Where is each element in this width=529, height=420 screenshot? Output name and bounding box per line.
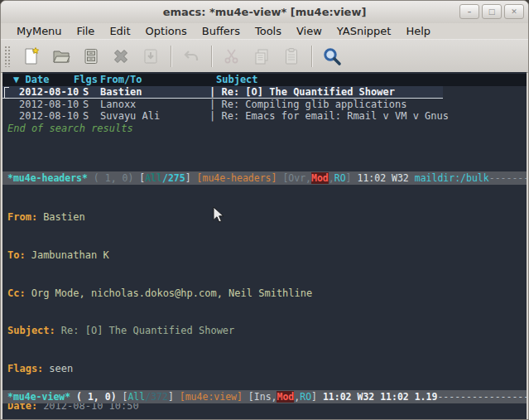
copy-button [247, 43, 277, 70]
toolbar-separator [211, 46, 212, 67]
menu-item-edit[interactable]: Edit [102, 23, 137, 39]
field-to: To:Jambunathan K [7, 249, 527, 262]
field-label: To: [7, 249, 26, 261]
echo-area [2, 403, 527, 419]
column-header-date[interactable]: ▼ Date [13, 74, 74, 86]
titlebar[interactable]: emacs: *mu4e-view* [mu4e:view] – □ ✕ [1, 1, 528, 23]
modeline-segment: ] [346, 172, 358, 184]
modeline-modified-flag: Mod [311, 172, 329, 184]
paste-button [277, 43, 306, 70]
message-list: 2012-08-10 S Bastien | Re: [O] The Quant… [2, 86, 527, 123]
scissors-icon [222, 46, 242, 66]
new-file-button[interactable] [17, 43, 46, 70]
row-subject: | Re: [O] The Quantified Shower [209, 86, 443, 98]
close-buffer-button[interactable] [106, 43, 136, 70]
emacs-window: emacs: *mu4e-view* [mu4e:view] – □ ✕ MyM… [0, 0, 529, 420]
message-view: From:Bastien To:Jambunathan K Cc:Org Mod… [7, 186, 527, 420]
row-flags: S [83, 99, 100, 111]
toolbar-separator [171, 46, 171, 67]
menu-item-view[interactable]: View [289, 23, 329, 39]
toolbar-separator [311, 46, 312, 67]
maximize-button[interactable]: □ [482, 4, 502, 19]
row-subject: | Re: Emacs for email: Rmail v VM v Gnus [209, 110, 527, 123]
save-buffer-button[interactable] [76, 43, 106, 70]
menu-item-mymenu[interactable]: MyMenu [9, 23, 70, 39]
modeline-segment: All [145, 172, 162, 184]
menubar: MyMenu File Edit Options Buffers Tools V… [1, 23, 528, 39]
field-cc: Cc:Org Mode, nicholas.dokos@hp.com, Neil… [7, 287, 527, 300]
column-header-from[interactable]: From/To [100, 74, 216, 86]
toolbar [1, 39, 528, 73]
search-icon [321, 46, 343, 67]
field-value: Jambunathan K [31, 249, 109, 261]
sort-descending-icon: ▼ [13, 74, 19, 85]
modeline-major-mode: [mu4e-headers] [197, 172, 283, 184]
close-x-icon [111, 46, 131, 66]
end-of-results-text: End of search results [7, 123, 133, 134]
save-as-icon [141, 46, 161, 66]
modeline-buffer-name: *mu4e-headers* [7, 172, 88, 184]
row-flags: S [83, 86, 100, 98]
modeline-clock: 11:02 W32 [357, 172, 414, 184]
menu-item-yasnippet[interactable]: YASnippet [329, 23, 399, 39]
modeline-filler: ------------------------------ [489, 172, 527, 184]
message-row[interactable]: 2012-08-10 S Lanoxx | Re: Compiling glib… [2, 99, 527, 111]
modeline-buffer-name: *mu4e-view* [7, 391, 70, 403]
message-row-selected[interactable]: 2012-08-10 S Bastien | Re: [O] The Quant… [2, 86, 443, 99]
modeline-clock: 11:02 W32 11:02 1.19 [323, 391, 437, 403]
maximize-icon: □ [488, 7, 496, 16]
field-value: seen [49, 363, 73, 374]
modeline-segment: [Ovr, [282, 172, 311, 184]
modeline-position: ( 1, 0) [88, 172, 139, 184]
modeline-segment: ] [168, 391, 180, 403]
modeline-segment: /275 [162, 172, 185, 184]
undo-icon [181, 46, 201, 66]
toolbar-drag-handle[interactable] [4, 46, 11, 67]
modeline-readonly-flag: RO [334, 172, 346, 184]
column-header-subject[interactable]: Subject [216, 74, 527, 86]
field-subject: Subject:Re: [O] The Quantified Shower [7, 325, 527, 337]
menu-item-tools[interactable]: Tools [248, 23, 289, 39]
row-date: 2012-08-10 [19, 110, 83, 123]
window-controls: – □ ✕ [459, 4, 524, 19]
row-from: Lanoxx [100, 99, 209, 111]
mouse-cursor [213, 206, 226, 224]
field-label: Flags: [7, 363, 43, 374]
save-icon [81, 46, 101, 66]
message-row[interactable]: 2012-08-10 S Suvayu Ali | Re: Emacs for … [2, 110, 527, 123]
close-icon: ✕ [511, 7, 517, 16]
menu-item-file[interactable]: File [70, 23, 103, 39]
row-date: 2012-08-10 [19, 86, 83, 98]
modeline-segment: ] [185, 172, 197, 184]
menu-item-buffers[interactable]: Buffers [195, 23, 248, 39]
open-file-button[interactable] [46, 43, 76, 70]
copy-icon [252, 46, 272, 66]
fringe-selection-marker [4, 87, 9, 99]
modeline-segment: [Ins, [248, 391, 277, 403]
column-header-flags[interactable]: Flgs [74, 74, 100, 86]
field-flags: Flags:seen [7, 363, 527, 375]
close-button[interactable]: ✕ [504, 4, 524, 19]
field-from: From:Bastien [7, 211, 527, 224]
search-button[interactable] [317, 43, 347, 70]
field-label: Subject: [7, 325, 55, 336]
row-from: Suvayu Ali [100, 110, 209, 123]
modeline-readonly-flag: RO [300, 391, 311, 403]
emacs-frame: ▼ Date Flgs From/To Subject 2012-08-10 S… [2, 72, 527, 419]
menu-item-help[interactable]: Help [398, 23, 438, 39]
paste-icon [281, 46, 301, 66]
minimize-button[interactable]: – [459, 4, 479, 19]
modeline-view: *mu4e-view* ( 1, 0) [All/372] [mu4e:view… [2, 390, 527, 403]
open-folder-icon [51, 46, 71, 66]
field-value: Bastien [43, 211, 85, 223]
modeline-position: ( 1, 0) [70, 391, 122, 403]
menu-item-options[interactable]: Options [138, 23, 195, 39]
headers-column-bar: ▼ Date Flgs From/To Subject [2, 74, 527, 86]
modeline-segment: All [127, 391, 145, 403]
modeline-headers: *mu4e-headers* ( 1, 0) [All/275] [mu4e-h… [2, 171, 527, 185]
row-subject: | Re: Compiling glib applications [209, 99, 527, 111]
modeline-segment: /372 [145, 391, 168, 403]
modeline-modified-flag: Mod [277, 391, 294, 403]
new-file-icon [22, 46, 41, 66]
modeline-maildir: maildir:/bulk [415, 172, 489, 184]
